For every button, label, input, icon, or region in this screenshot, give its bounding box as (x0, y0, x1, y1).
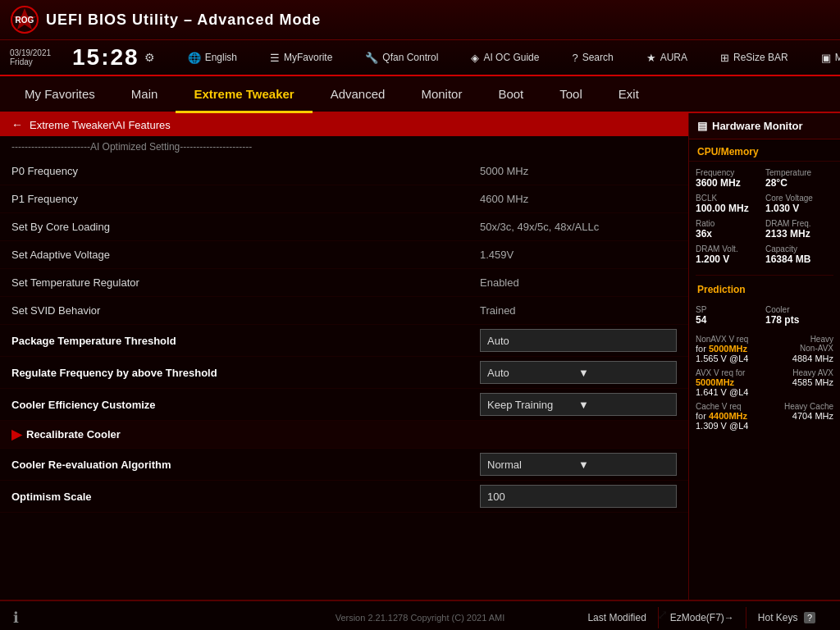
nav-monitor[interactable]: Monitor (403, 76, 480, 113)
nav-boot[interactable]: Boot (480, 76, 541, 113)
clock-time: 15:28 (72, 44, 139, 71)
clock-area: 15:28 ⚙ (72, 44, 155, 71)
app-title: UEFI BIOS Utility – Advanced Mode (46, 11, 321, 29)
aioc-item[interactable]: ◈ AI OC Guide (471, 52, 539, 64)
search-label: Search (582, 52, 614, 63)
cpu-memory-grid: Frequency 3600 MHz Temperature 28°C BCLK… (689, 162, 840, 272)
memtest-icon: ▣ (821, 52, 831, 64)
bottom-icons: ℹ ⤢ (13, 609, 19, 627)
recalibrate-label: Recalibrate Cooler (26, 428, 677, 441)
cooler-reeval-label: Cooler Re-evaluation Algorithm (11, 459, 480, 471)
pred-nonavx: NonAVX V req Heavy for 5000MHz Non-AVX 1… (689, 332, 840, 366)
day-text: Friday (10, 57, 59, 66)
adaptive-voltage-label: Set Adaptive Voltage (11, 249, 480, 261)
bookmark-icon: ☰ (270, 52, 280, 64)
last-modified-button[interactable]: Last Modified (576, 607, 657, 628)
svid-value: Trained (480, 304, 677, 317)
setting-pkg-temp-threshold[interactable]: Package Temperature Threshold Auto (0, 325, 688, 357)
nav-advanced[interactable]: Advanced (313, 76, 404, 113)
hw-ratio: Ratio 36x (696, 217, 764, 241)
resizebar-item[interactable]: ⊞ ReSize BAR (720, 52, 788, 64)
hardware-monitor: ▤ Hardware Monitor CPU/Memory Frequency … (688, 113, 840, 600)
qfan-item[interactable]: 🔧 Qfan Control (365, 52, 438, 64)
memtest-label: MemTest86 (835, 52, 840, 63)
pkg-temp-label: Package Temperature Threshold (11, 335, 480, 347)
resize-icon: ⊞ (720, 52, 729, 64)
p1-frequency-value: 4600 MHz (480, 193, 677, 205)
setting-optimism-scale[interactable]: Optimism Scale 100 (0, 481, 688, 513)
pkg-temp-input[interactable]: Auto (480, 329, 677, 352)
optimism-scale-value: 100 (487, 491, 505, 503)
myfavorite-label: MyFavorite (284, 52, 332, 63)
p0-frequency-label: P0 Frequency (11, 165, 480, 177)
version-text: Version 2.21.1278 Copyright (C) 2021 AMI (336, 613, 505, 623)
bottom-bar: ℹ ⤢ Version 2.21.1278 Copyright (C) 2021… (0, 600, 840, 630)
cooler-efficiency-dropdown[interactable]: Keep Training ▼ (480, 393, 677, 416)
regulate-freq-label: Regulate Frequency by above Threshold (11, 367, 480, 379)
cpu-memory-section: CPU/Memory (689, 139, 840, 162)
ai-icon: ◈ (471, 52, 479, 64)
svid-label: Set SVID Behavior (11, 304, 480, 317)
setting-cooler-reeval[interactable]: Cooler Re-evaluation Algorithm Normal ▼ (0, 449, 688, 481)
hot-keys-button[interactable]: Hot Keys ? (746, 607, 827, 628)
setting-recalibrate-cooler[interactable]: ▶ Recalibrate Cooler (0, 421, 688, 449)
back-arrow-icon[interactable]: ← (11, 118, 23, 131)
ai-divider: ------------------------AI Optimized Set… (0, 136, 688, 158)
myfavorite-item[interactable]: ☰ MyFavorite (270, 52, 332, 64)
date-text: 03/19/2021 (10, 48, 59, 57)
aioc-label: AI OC Guide (483, 52, 539, 63)
core-loading-value: 50x/3c, 49x/5c, 48x/ALLc (480, 221, 677, 233)
setting-cooler-efficiency[interactable]: Cooler Efficiency Customize Keep Trainin… (0, 389, 688, 421)
aura-item[interactable]: ★ AURA (646, 52, 687, 64)
nav-main[interactable]: Main (113, 76, 176, 113)
arrow-decor-icon: ⤢ (657, 607, 668, 623)
hw-capacity: Capacity 16384 MB (765, 243, 833, 267)
nav-extreme-tweaker[interactable]: Extreme Tweaker (176, 76, 312, 113)
hw-core-voltage: Core Voltage 1.030 V (765, 192, 833, 216)
nav-exit[interactable]: Exit (600, 76, 657, 113)
rog-logo-icon: ROG (10, 5, 39, 34)
core-loading-label: Set By Core Loading (11, 221, 480, 233)
hw-monitor-title: ▤ Hardware Monitor (689, 113, 840, 139)
dropdown-arrow-icon: ▼ (578, 399, 669, 411)
info-icon[interactable]: ℹ (13, 609, 19, 627)
search-item[interactable]: ? Search (572, 52, 613, 64)
language-item[interactable]: 🌐 English (188, 52, 237, 64)
settings-area: ------------------------AI Optimized Set… (0, 136, 688, 600)
cooler-reeval-dropdown[interactable]: Normal ▼ (480, 453, 677, 476)
logo-area: ROG UEFI BIOS Utility – Advanced Mode (10, 5, 321, 34)
expand-icon: ▶ (11, 427, 21, 442)
temp-regulator-value: Enabled (480, 276, 677, 289)
hotkeys-help-icon: ? (804, 612, 815, 623)
aura-label: AURA (660, 52, 687, 63)
dropdown-arrow-icon: ▼ (578, 367, 669, 379)
svg-text:ROG: ROG (16, 16, 34, 25)
nav-tool[interactable]: Tool (541, 76, 600, 113)
p0-frequency-value: 5000 MHz (480, 165, 677, 177)
memtest-item[interactable]: ▣ MemTest86 (821, 52, 840, 64)
settings-icon[interactable]: ⚙ (144, 51, 155, 64)
title-bar: ROG UEFI BIOS Utility – Advanced Mode (0, 0, 840, 40)
p1-frequency-label: P1 Frequency (11, 193, 480, 205)
pkg-temp-input-value: Auto (487, 335, 509, 347)
prediction-title: Prediction (689, 279, 840, 299)
main-nav: My Favorites Main Extreme Tweaker Advanc… (0, 76, 840, 113)
hw-dram-volt: DRAM Volt. 1.200 V (696, 243, 764, 267)
dropdown-arrow-icon: ▼ (578, 459, 669, 471)
cooler-reeval-value: Normal (487, 459, 578, 471)
cooler-efficiency-label: Cooler Efficiency Customize (11, 399, 480, 411)
prediction-sp-grid: SP 54 Cooler 178 pts (689, 299, 840, 332)
hw-cooler: Cooler 178 pts (765, 304, 833, 327)
hw-divider (696, 275, 833, 276)
hw-temperature: Temperature 28°C (765, 167, 833, 190)
optimism-scale-input[interactable]: 100 (480, 485, 677, 508)
ez-mode-button[interactable]: EzMode(F7)→ (658, 607, 746, 628)
pred-avx: AVX V req for Heavy AVX 5000MHz 4585 MHz… (689, 366, 840, 399)
setting-p1-frequency: P1 Frequency 4600 MHz (0, 185, 688, 213)
hw-sp: SP 54 (696, 304, 764, 327)
nav-my-favorites[interactable]: My Favorites (7, 76, 113, 113)
regulate-freq-dropdown[interactable]: Auto ▼ (480, 361, 677, 384)
qfan-label: Qfan Control (382, 52, 438, 63)
setting-regulate-freq[interactable]: Regulate Frequency by above Threshold Au… (0, 357, 688, 389)
breadcrumb: ← Extreme Tweaker\AI Features (0, 113, 688, 136)
